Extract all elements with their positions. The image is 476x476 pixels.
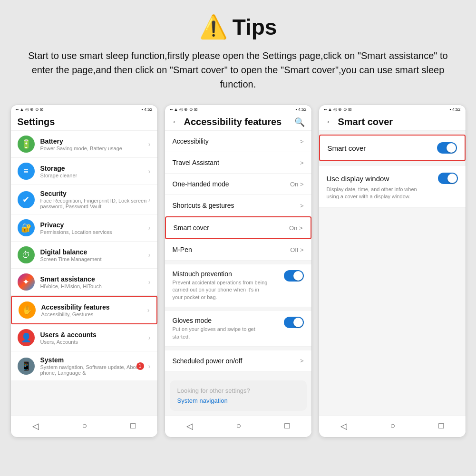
- settings-item-storage[interactable]: ≡ Storage Storage cleaner ›: [11, 158, 157, 185]
- system-sub: System navigation, Software update, Abou…: [40, 364, 142, 376]
- status-right-3: ▪ 4:52: [449, 107, 460, 112]
- smart-cover-display-toggle[interactable]: [438, 173, 458, 184]
- digital-balance-title: Digital balance: [40, 248, 148, 256]
- status-bar-3: ▪▪ ▲ ◎ ⊕ ⊙ ⊠ ▪ 4:52: [319, 105, 466, 113]
- system-text: System System navigation, Software updat…: [40, 356, 142, 376]
- mistouch-toggle[interactable]: [284, 270, 304, 282]
- settings-item-users[interactable]: 👤 Users & accounts Users, Accounts ›: [11, 324, 157, 351]
- mistouch-text: Mistouch prevention Prevent accidental o…: [173, 270, 268, 301]
- nav-home-2[interactable]: ○: [230, 420, 248, 432]
- storage-arrow: ›: [148, 167, 151, 175]
- phone3-header-left: ← Smart cover: [326, 117, 393, 127]
- navbar-2: ◁ ○ □: [165, 416, 311, 437]
- settings-item-digital-balance[interactable]: ⏱ Digital balance Screen Time Management…: [11, 242, 157, 269]
- accessibility-icon: ✋: [19, 301, 36, 319]
- back-button-2[interactable]: ←: [172, 117, 180, 127]
- smart-cover-display-row: Use display window: [327, 173, 458, 184]
- phone2-header: ← Accessibility features 🔍: [165, 113, 311, 131]
- security-text: Security Face Recognition, Fingerprint I…: [40, 190, 148, 209]
- status-bar-2: ▪▪ ▲ ◎ ⊕ ⊙ ⊠ ▪ 4:52: [165, 105, 311, 113]
- users-title: Users & accounts: [40, 331, 148, 339]
- accessibility-title: Accessibility features: [41, 303, 147, 311]
- acc-block-gloves: Gloves mode Put on your gloves and swipe…: [165, 311, 311, 347]
- smart-cover-main-knob: [447, 143, 456, 153]
- accessibility-sub: Accessibility, Gestures: [41, 311, 147, 317]
- mistouch-knob: [293, 271, 303, 281]
- security-icon: ✔: [18, 191, 35, 208]
- smart-cover-list: Smart cover Use display window Display d…: [319, 131, 466, 416]
- nav-home-1[interactable]: ○: [76, 420, 94, 432]
- acc-list: Accessibility > Travel Assistant > One-H…: [165, 131, 311, 416]
- acc-right-smartcover: On >: [289, 224, 303, 232]
- storage-sub: Storage cleaner: [40, 173, 148, 178]
- settings-item-system[interactable]: 📱 System System navigation, Software upd…: [11, 351, 157, 380]
- phones-row: ▪▪ ▲ ◎ ⊕ ⊙ ⊠ ▪ 4:52 Settings 🔋 Battery P…: [10, 105, 466, 437]
- phone2-title: Accessibility features: [184, 117, 282, 127]
- acc-item-shortcuts[interactable]: Shortcuts & gestures >: [165, 195, 311, 216]
- settings-item-accessibility[interactable]: ✋ Accessibility features Accessibility, …: [11, 296, 157, 324]
- phone-settings: ▪▪ ▲ ◎ ⊕ ⊙ ⊠ ▪ 4:52 Settings 🔋 Battery P…: [10, 105, 158, 437]
- looking-text: Looking for other settings?: [177, 387, 299, 394]
- tips-title: Tips: [233, 14, 277, 40]
- acc-item-mpen[interactable]: M-Pen Off >: [165, 239, 311, 261]
- looking-box: Looking for other settings? System navig…: [170, 380, 307, 411]
- settings-item-privacy[interactable]: 🔐 Privacy Permissions, Location services…: [11, 214, 157, 242]
- gloves-text: Gloves mode Put on your gloves and swipe…: [173, 317, 268, 340]
- acc-item-smartcover[interactable]: Smart cover On >: [165, 216, 311, 239]
- nav-home-3[interactable]: ○: [384, 420, 402, 432]
- smart-cover-main-toggle[interactable]: [437, 142, 457, 154]
- phone1-header: Settings: [11, 113, 157, 131]
- status-right-2: ▪ 4:52: [295, 107, 306, 112]
- battery-sub: Power Saving mode, Battery usage: [40, 146, 148, 151]
- section-gap-2: [165, 307, 311, 311]
- security-arrow: ›: [148, 196, 151, 204]
- gloves-toggle[interactable]: [284, 317, 304, 328]
- system-badge: 1: [136, 362, 144, 370]
- navbar-1: ◁ ○ □: [11, 416, 157, 437]
- acc-item-travel[interactable]: Travel Assistant >: [165, 152, 311, 174]
- acc-right-schedule: >: [300, 357, 304, 364]
- nav-recent-3[interactable]: □: [432, 420, 450, 432]
- system-title: System: [40, 356, 142, 364]
- smart-assistance-sub: HiVoice, HiVision, HiTouch: [40, 283, 148, 289]
- nav-recent-2[interactable]: □: [278, 420, 296, 432]
- system-navigation-link[interactable]: System navigation: [177, 397, 299, 404]
- nav-back-2[interactable]: ◁: [180, 420, 200, 432]
- smart-cover-display-sub: Display date, time, and other info when …: [327, 186, 422, 201]
- settings-item-battery[interactable]: 🔋 Battery Power Saving mode, Battery usa…: [11, 131, 157, 158]
- battery-arrow: ›: [148, 140, 151, 148]
- nav-back-3[interactable]: ◁: [334, 420, 354, 432]
- gloves-row: Gloves mode Put on your gloves and swipe…: [173, 317, 304, 340]
- users-icon: 👤: [18, 329, 35, 346]
- nav-recent-1[interactable]: □: [124, 420, 142, 432]
- acc-item-onehanded[interactable]: One-Handed mode On >: [165, 174, 311, 195]
- back-button-3[interactable]: ←: [326, 117, 334, 127]
- phone3-title: Smart cover: [338, 117, 393, 127]
- smart-cover-display-knob: [447, 174, 457, 183]
- smart-assistance-arrow: ›: [148, 278, 151, 286]
- acc-item-accessibility[interactable]: Accessibility >: [165, 131, 311, 152]
- nav-back-1[interactable]: ◁: [26, 420, 46, 432]
- gloves-knob: [293, 318, 303, 327]
- acc-arrow-shortcuts: >: [300, 202, 304, 209]
- status-bar-1: ▪▪ ▲ ◎ ⊕ ⊙ ⊠ ▪ 4:52: [11, 105, 157, 113]
- acc-item-schedule[interactable]: Scheduled power on/off >: [165, 350, 311, 372]
- smart-cover-item-main: Smart cover: [319, 135, 466, 161]
- privacy-arrow: ›: [148, 224, 151, 232]
- settings-list: 🔋 Battery Power Saving mode, Battery usa…: [11, 131, 157, 416]
- smart-assistance-title: Smart assistance: [40, 275, 148, 283]
- gloves-title: Gloves mode: [173, 317, 268, 324]
- search-button-2[interactable]: 🔍: [294, 117, 305, 127]
- tips-description: Start to use smart sleep function,firstl…: [24, 49, 452, 91]
- status-right-1: ▪ 4:52: [141, 107, 152, 112]
- battery-text: Battery Power Saving mode, Battery usage: [40, 137, 148, 151]
- settings-item-security[interactable]: ✔ Security Face Recognition, Fingerprint…: [11, 185, 157, 214]
- users-text: Users & accounts Users, Accounts: [40, 331, 148, 345]
- smart-section-gap-2: [319, 162, 466, 166]
- digital-balance-icon: ⏱: [18, 246, 35, 263]
- accessibility-arrow: ›: [147, 306, 150, 314]
- mistouch-title: Mistouch prevention: [173, 270, 268, 278]
- smart-cover-main-row: Smart cover: [328, 142, 457, 154]
- settings-item-smart-assistance[interactable]: ✦ Smart assistance HiVoice, HiVision, Hi…: [11, 269, 157, 296]
- mistouch-sub: Prevent accidental operations from being…: [173, 279, 268, 301]
